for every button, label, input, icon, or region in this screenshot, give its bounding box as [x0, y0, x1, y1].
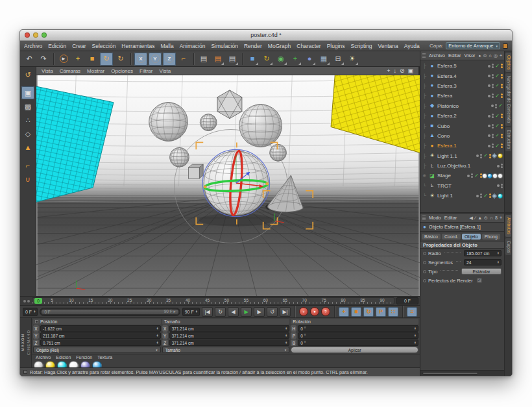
menu-plugins[interactable]: Plugins — [327, 43, 345, 49]
panel-tab-navegador-de-contenido[interactable]: Navegador de Contenido — [505, 73, 511, 125]
z-axis-lock-icon[interactable]: Z — [163, 53, 176, 66]
coords-field-tama-o-x[interactable]: 371.214 cm▴▾ — [169, 325, 290, 332]
position-mode-dropdown[interactable]: Objeto (Rel)▾ — [33, 347, 161, 353]
enabled-check-icon[interactable]: ✓ — [495, 133, 500, 138]
menu-selecci-n[interactable]: Selección — [92, 43, 116, 49]
timeline-range-slider[interactable]: 0 F90 F ▸ — [40, 308, 180, 316]
menu-overflow-icon[interactable]: ▸ — [479, 53, 481, 58]
enabled-check-icon[interactable]: ✓ — [483, 153, 488, 158]
menu-malla[interactable]: Malla — [160, 43, 173, 49]
object-row-esfera-3[interactable]: ├●Esfera.3✓ — [420, 81, 504, 91]
stepper-icon[interactable]: ▴▾ — [498, 261, 499, 264]
last-tool-icon[interactable]: ↻ — [114, 53, 127, 66]
lock-icon[interactable]: ∩ — [490, 216, 493, 220]
stepper-icon[interactable]: ▴▾ — [156, 327, 158, 330]
layer-dot-icon[interactable] — [497, 184, 500, 187]
visibility-dots-icon[interactable] — [501, 164, 503, 168]
visibility-dots-icon[interactable] — [492, 64, 494, 68]
visibility-dots-icon[interactable] — [495, 104, 497, 108]
pen-icon[interactable]: ∕ — [475, 216, 476, 220]
toggle-view-icon[interactable]: ▣ — [407, 68, 413, 74]
menu-mograph[interactable]: MoGraph — [268, 43, 291, 49]
layer-dot-icon[interactable] — [488, 65, 490, 68]
visibility-dots-icon[interactable] — [492, 93, 494, 98]
stepper-icon[interactable]: ▴▾ — [498, 252, 499, 255]
texture-mode-icon[interactable]: ▩ — [21, 100, 34, 113]
material-tag-icon[interactable] — [492, 173, 498, 179]
material-tag-icon[interactable] — [498, 193, 503, 199]
scrollbar-thumb[interactable] — [422, 372, 478, 375]
panel-grip-icon[interactable] — [422, 53, 426, 58]
model-mode-icon[interactable]: ▣ — [21, 86, 34, 99]
menu-edici-n[interactable]: Edición — [48, 43, 66, 49]
layer-dot-icon[interactable] — [488, 145, 490, 147]
object-manager-menu-editar[interactable]: Editar — [448, 53, 461, 58]
menu-scripting[interactable]: Scripting — [351, 43, 372, 49]
environment-icon[interactable]: ● — [303, 53, 316, 66]
stepper-icon[interactable]: ▴▾ — [285, 327, 287, 330]
stepper-icon[interactable]: ▴▾ — [415, 341, 416, 345]
rotate-icon[interactable]: ↻ — [100, 53, 113, 66]
viewport-menu-c-maras[interactable]: Cámaras — [60, 68, 80, 74]
y-axis-lock-icon[interactable]: Y — [149, 53, 162, 66]
timeline-playhead[interactable]: 0 — [34, 298, 42, 304]
record-keyframe-button[interactable]: + — [299, 307, 308, 316]
stepper-icon[interactable]: ▴▾ — [156, 341, 158, 345]
key-parameter-toggle[interactable]: P — [376, 307, 386, 317]
animation-dot-icon[interactable] — [423, 279, 426, 282]
visibility-dots-icon[interactable] — [492, 84, 494, 88]
menu-archivo[interactable]: Archivo — [24, 43, 42, 49]
visibility-dots-icon[interactable] — [480, 154, 482, 158]
texture-tag-icon[interactable] — [489, 154, 491, 158]
protection-tag-icon[interactable] — [492, 153, 497, 158]
menu-herramientas[interactable]: Herramientas — [121, 43, 154, 49]
coords-field-rotaci-n-p[interactable]: 0 °▴▾ — [298, 332, 418, 339]
render-picture-viewer-icon[interactable]: ▤ — [212, 53, 224, 66]
sphere-object[interactable] — [200, 114, 217, 131]
key-pla-toggle[interactable]: ∷ — [388, 307, 398, 317]
coords-field-posici-n-y[interactable]: 211.187 cm▴▾ — [40, 332, 161, 339]
key-rotation-toggle[interactable]: ↻ — [363, 307, 374, 317]
texture-tag-icon[interactable] — [501, 84, 503, 88]
coords-field-tama-o-z[interactable]: 371.214 cm▴▾ — [169, 339, 290, 346]
generator-icon[interactable]: ◉ — [274, 53, 287, 66]
enabled-check-icon[interactable]: ✓ — [498, 103, 503, 108]
texture-tag-icon[interactable] — [501, 64, 503, 68]
move-icon[interactable]: + — [71, 53, 84, 66]
texture-tag-icon[interactable] — [501, 134, 503, 138]
enabled-check-icon[interactable]: ✓ — [495, 143, 500, 149]
checkbox-icon[interactable] — [35, 320, 38, 323]
visibility-dots-icon[interactable] — [492, 74, 494, 79]
pan-view-icon[interactable]: + — [387, 68, 390, 74]
apply-button[interactable]: Aplicar — [291, 347, 418, 353]
layer-dot-icon[interactable] — [467, 175, 470, 177]
animation-dot-icon[interactable] — [423, 261, 426, 264]
sphere-object[interactable] — [149, 103, 188, 142]
material-tag-icon[interactable] — [482, 173, 487, 179]
live-selection-icon[interactable]: ► — [57, 53, 70, 66]
visibility-dots-icon[interactable] — [471, 173, 473, 178]
attribute-value-button[interactable]: Estándar — [461, 268, 502, 275]
play-button[interactable]: ▶ — [241, 307, 252, 317]
layer-dot-icon[interactable] — [488, 125, 490, 127]
material-tag-icon[interactable] — [498, 173, 503, 179]
layer-select[interactable]: Entorno de Arranque ▾ — [446, 42, 500, 49]
layer-dot-icon[interactable] — [488, 134, 490, 137]
object-row-esfera-1[interactable]: ├●Esfera.1✓ — [420, 141, 504, 151]
enabled-check-icon[interactable]: ✓ — [495, 114, 500, 119]
attribute-value-field[interactable]: 24▴▾ — [464, 259, 502, 265]
enabled-check-icon[interactable]: ✓ — [495, 123, 500, 129]
viewport-menu-mostrar[interactable]: Mostrar — [87, 68, 104, 74]
polygon-mode-icon[interactable]: ▲ — [21, 141, 34, 154]
render-view-icon[interactable]: ▤ — [197, 53, 210, 66]
stepper-icon[interactable]: ▴▾ — [285, 341, 287, 345]
menu-ventana[interactable]: Ventana — [378, 43, 398, 49]
redo-icon[interactable]: ↷ — [37, 53, 50, 66]
object-row-esfera-5[interactable]: ├●Esfera.5✓ — [420, 61, 504, 71]
attribute-checkbox[interactable]: ✓ — [477, 278, 482, 283]
object-row-cono[interactable]: ├▲Cono✓ — [420, 131, 504, 141]
viewport-menu-filtrar[interactable]: Filtrar — [139, 68, 152, 74]
layer-icon[interactable] — [503, 43, 508, 49]
x-axis-lock-icon[interactable]: X — [134, 53, 147, 66]
add-cube-icon[interactable]: ■ — [246, 53, 259, 66]
